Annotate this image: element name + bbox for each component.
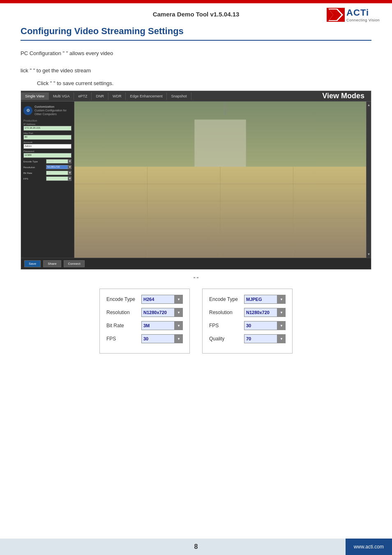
password-input[interactable]: 12369: [23, 153, 71, 158]
click-label: Click ": [37, 80, 52, 86]
title-divider: [21, 40, 371, 41]
click-instruction: Click " " to save current settings.: [37, 80, 371, 86]
ip-label: IP Address: [23, 123, 71, 125]
page-title: Configuring Video Streaming Settings: [21, 26, 371, 37]
bitrate-arrow[interactable]: ▼: [68, 171, 71, 175]
fps-arrow[interactable]: ▼: [68, 176, 71, 181]
footer-url: www.acti.com: [346, 539, 392, 555]
h264-panel: Encode Type H264 ▼ Resolution N1280x720 …: [99, 289, 190, 354]
settings-note: " ": [21, 276, 371, 282]
resolution-arrow[interactable]: ▼: [68, 165, 71, 169]
cam-body: ⚙ CustomizationCustom Configuration forO…: [21, 102, 371, 258]
resolution-row: Resolution N1280x720 ▼: [23, 165, 71, 169]
resolution-value-mjpeg[interactable]: N1280x720: [244, 308, 277, 317]
logo-sub: Connecting Vision: [346, 18, 380, 22]
scroll-up-arrow[interactable]: ▲: [367, 103, 371, 107]
bitrate-select-group: 3M ▼: [46, 171, 71, 175]
account-input[interactable]: Admin: [23, 144, 71, 149]
quality-value-mjpeg[interactable]: 70: [244, 334, 277, 343]
acti-logo-icon: [327, 8, 345, 22]
fps-value-h264[interactable]: 30: [141, 334, 175, 343]
connect-button[interactable]: Connect: [64, 260, 85, 267]
bitrate-arrow-h264[interactable]: ▼: [175, 321, 183, 330]
fps-row: FPS 1 ▼: [23, 176, 71, 181]
resolution-arrow-mjpeg[interactable]: ▼: [277, 308, 286, 317]
tab-dnr[interactable]: DNR: [92, 92, 108, 100]
fps-value-mjpeg[interactable]: 30: [244, 321, 277, 330]
encode-type-value-mjpeg[interactable]: MJPEG: [244, 295, 277, 304]
bitrate-label-h264: Bit Rate: [106, 323, 141, 328]
password-label: Password: [23, 150, 71, 153]
http-input[interactable]: 80: [23, 135, 71, 140]
encode-type-arrow-mjpeg[interactable]: ▼: [277, 295, 286, 304]
logo-text: ACTi: [346, 7, 369, 18]
resolution-row-mjpeg: Resolution N1280x720 ▼: [209, 308, 286, 317]
main-content: Configuring Video Streaming Settings PC …: [0, 22, 392, 354]
description-text-2: lick " " to get the video stream: [21, 66, 371, 75]
description-text-1: PC Configuration " " allows every video: [21, 49, 371, 58]
config-panels: Encode Type H264 ▼ Resolution N1280x720 …: [21, 289, 371, 354]
svg-rect-14: [194, 120, 246, 167]
cam-tab-bar: Single View Multi VGA ePTZ DNR WDR Edge …: [21, 91, 371, 102]
bitrate-value[interactable]: 3M: [46, 171, 68, 175]
fps-select-group: 1 ▼: [46, 176, 71, 181]
cam-bottom-bar: Save Share Connect: [21, 258, 371, 269]
video-background: [74, 102, 366, 258]
tab-wdr[interactable]: WDR: [108, 92, 126, 100]
cam-settings-icon: ⚙: [23, 106, 32, 115]
fps-row-h264: FPS 30 ▼: [106, 334, 183, 343]
footer: 8 www.acti.com: [0, 539, 392, 555]
fps-row-mjpeg: FPS 30 ▼: [209, 321, 286, 330]
encode-type-arrow-h264[interactable]: ▼: [175, 295, 183, 304]
resolution-label-mjpeg: Resolution: [209, 310, 244, 315]
bitrate-label: Bit Rate: [23, 172, 46, 174]
bitrate-value-h264[interactable]: 3M: [141, 321, 175, 330]
mjpeg-panel: Encode Type MJPEG ▼ Resolution N1280x720…: [202, 289, 293, 354]
cam-config-text: CustomizationCustom Configuration forOth…: [35, 105, 67, 116]
resolution-label-h264: Resolution: [106, 310, 141, 315]
resolution-label: Resolution: [23, 166, 46, 169]
fps-arrow-h264[interactable]: ▼: [175, 334, 183, 343]
footer-page-number: 8: [0, 543, 392, 550]
quality-label-mjpeg: Quality: [209, 336, 244, 342]
header: Camera Demo Tool v1.5.04.13 ACTi Connect…: [0, 3, 392, 22]
http-label: Http Port: [23, 132, 71, 134]
bitrate-row-h264: Bit Rate 3M ▼: [106, 321, 183, 330]
resolution-value[interactable]: N1280x720: [46, 165, 68, 169]
tab-eptz[interactable]: ePTZ: [74, 92, 92, 100]
encode-type-row: Encode Type H264 ▼: [23, 159, 71, 164]
encode-type-row-mjpeg: Encode Type MJPEG ▼: [209, 295, 286, 304]
cam-scrollbar: ▲ ▼: [366, 102, 371, 258]
encode-type-label: Encode Type: [23, 160, 46, 163]
account-label: Account: [23, 141, 71, 143]
cam-icon-area: ⚙ CustomizationCustom Configuration forO…: [23, 105, 71, 116]
quality-arrow-mjpeg[interactable]: ▼: [277, 334, 286, 343]
encode-type-value-h264[interactable]: H264: [141, 295, 175, 304]
encode-type-arrow[interactable]: ▼: [68, 159, 71, 164]
quality-row-mjpeg: Quality 70 ▼: [209, 334, 286, 343]
resolution-arrow-h264[interactable]: ▼: [175, 308, 183, 317]
save-button[interactable]: Save: [24, 260, 41, 267]
encode-type-label-mjpeg: Encode Type: [209, 296, 244, 302]
fps-label-mjpeg: FPS: [209, 323, 244, 328]
tab-edge-enhancement[interactable]: Edge Enhancement: [126, 92, 167, 100]
cam-video-feed: Video Streaming Settings: [74, 102, 366, 258]
encode-type-select-group: H264 ▼: [46, 159, 71, 164]
svg-rect-15: [224, 102, 225, 115]
scroll-down-arrow[interactable]: ▼: [367, 252, 371, 256]
share-button[interactable]: Share: [43, 260, 61, 267]
ip-input[interactable]: 172.16.20.221: [23, 126, 71, 131]
tab-multi-vga[interactable]: Multi VGA: [49, 92, 74, 100]
fps-arrow-mjpeg[interactable]: ▼: [277, 321, 286, 330]
desc2-part2: " to get the video stream: [33, 67, 91, 74]
resolution-value-h264[interactable]: N1280x720: [141, 308, 175, 317]
fps-value[interactable]: 1: [46, 176, 68, 181]
encode-type-value[interactable]: H264: [46, 159, 68, 164]
logo: ACTi Connecting Vision: [327, 7, 380, 22]
view-modes-label: View Modes: [316, 91, 371, 101]
cam-sidebar: ⚙ CustomizationCustom Configuration forO…: [21, 102, 74, 258]
top-red-bar: [0, 0, 392, 3]
tab-snapshot[interactable]: Snapshot: [167, 92, 191, 100]
bitrate-row: Bit Rate 3M ▼: [23, 171, 71, 175]
tab-single-view[interactable]: Single View: [21, 92, 49, 100]
